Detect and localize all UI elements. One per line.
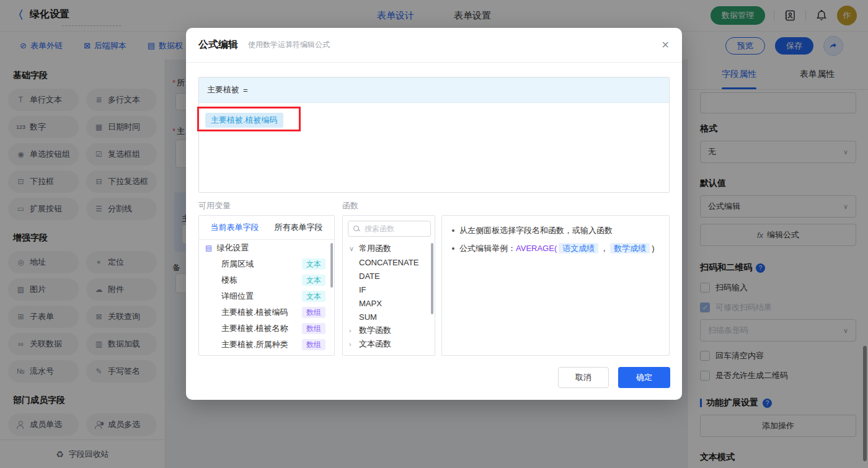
variable-row[interactable]: 主要植被.植被编码 数组 — [199, 304, 334, 320]
function-group-text[interactable]: › 文本函数 — [343, 337, 435, 351]
type-badge: 文本 — [302, 291, 326, 302]
confirm-button[interactable]: 确定 — [618, 367, 670, 388]
chevron-collapsed-icon: › — [349, 327, 355, 334]
formula-body[interactable]: 主要植被.植被编码 — [199, 103, 669, 138]
variable-row[interactable]: 详细位置 文本 — [199, 288, 334, 304]
type-badge: 数组 — [302, 323, 326, 334]
formula-edit-modal: 公式编辑 使用数学运算符编辑公式 ✕ 主要植被 = 主要植被.植被编码 可用变量… — [186, 28, 682, 400]
document-icon: ▤ — [205, 244, 212, 252]
hint-line-1: 从左侧面板选择字段名和函数，或输入函数 — [452, 224, 669, 237]
variable-row[interactable]: 主要植被.所属种类 数组 — [199, 337, 334, 353]
formula-target-field: 主要植被 — [207, 84, 239, 95]
functions-label: 函数 — [342, 200, 358, 211]
close-icon[interactable]: ✕ — [662, 39, 670, 51]
type-badge: 文本 — [302, 275, 326, 286]
function-group-math[interactable]: › 数学函数 — [343, 324, 435, 337]
hint-line-2: 公式编辑举例：AVERAGE(语文成绩，数学成绩) — [452, 242, 669, 255]
function-concatenate[interactable]: CONCATENATE — [343, 255, 435, 269]
formula-token[interactable]: 主要植被.植被编码 — [205, 113, 283, 128]
functions-scrollbar[interactable] — [431, 243, 433, 314]
function-if[interactable]: IF — [343, 283, 435, 296]
bullet-icon — [452, 229, 454, 232]
variables-tabs: 当前表单字段 所有表单字段 — [199, 216, 334, 240]
variables-label: 可用变量 — [198, 200, 231, 211]
function-group-common[interactable]: ∨ 常用函数 — [343, 242, 435, 255]
hint-function-name: AVERAGE( — [516, 244, 557, 253]
cancel-button[interactable]: 取消 — [558, 367, 609, 388]
function-search[interactable] — [348, 221, 431, 237]
formula-editor[interactable]: 主要植被 = 主要植被.植被编码 — [198, 77, 670, 193]
search-icon — [353, 226, 360, 232]
modal-header: 公式编辑 使用数学运算符编辑公式 ✕ — [186, 28, 682, 63]
modal-subtitle: 使用数学运算符编辑公式 — [248, 40, 330, 50]
variable-row[interactable]: 主要植被.植被名称 数组 — [199, 320, 334, 337]
equals-sign: = — [243, 86, 248, 95]
hint-token-1: 语文成绩 — [559, 243, 598, 254]
variables-panel: 当前表单字段 所有表单字段 ▤ 绿化设置 所属区域 文本 楼栋 文本 详细位置 … — [198, 215, 335, 356]
formula-target-strip: 主要植被 = — [199, 77, 669, 103]
hints-panel: 从左侧面板选择字段名和函数，或输入函数 公式编辑举例：AVERAGE(语文成绩，… — [441, 215, 670, 356]
hint-example-prefix: 公式编辑举例： — [459, 244, 516, 253]
variables-scrollbar[interactable] — [330, 243, 333, 288]
modal-title: 公式编辑 — [198, 38, 238, 51]
variables-root-row[interactable]: ▤ 绿化设置 — [199, 240, 334, 256]
type-badge: 文本 — [302, 258, 326, 270]
chevron-expanded-icon: ∨ — [349, 245, 355, 253]
type-badge: 数组 — [302, 307, 326, 318]
tab-all-form-fields[interactable]: 所有表单字段 — [275, 222, 323, 233]
variable-row[interactable]: 楼栋 文本 — [199, 272, 334, 288]
function-mapx[interactable]: MAPX — [343, 296, 435, 310]
hint-close-paren: ) — [652, 244, 654, 253]
bullet-icon — [452, 247, 454, 250]
variable-row[interactable]: 所属区域 文本 — [199, 256, 334, 272]
function-sum[interactable]: SUM — [343, 310, 435, 324]
type-badge: 数组 — [302, 339, 326, 350]
function-date[interactable]: DATE — [343, 269, 435, 283]
hint-comma: ， — [600, 244, 608, 253]
function-search-input[interactable] — [363, 224, 425, 234]
hint-token-2: 数学成绩 — [610, 243, 650, 254]
functions-panel: ∨ 常用函数 CONCATENATE DATE IF MAPX SUM › 数学… — [342, 215, 435, 356]
chevron-collapsed-icon: › — [349, 340, 355, 348]
tab-current-form-fields[interactable]: 当前表单字段 — [211, 222, 259, 233]
